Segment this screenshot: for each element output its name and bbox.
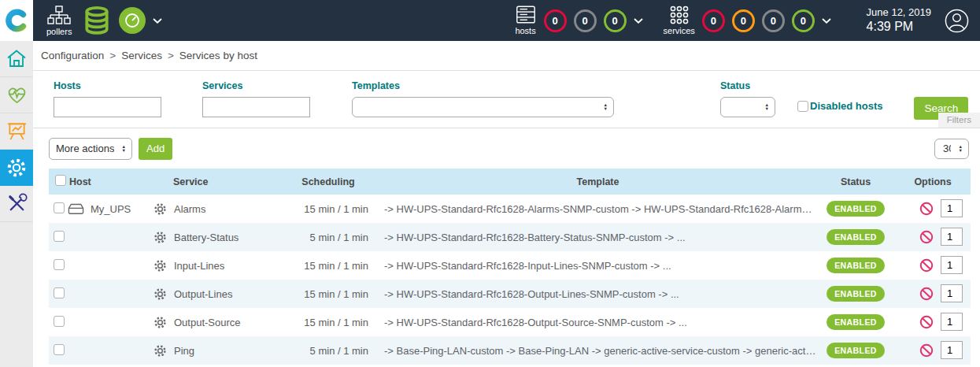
poller-gauge-icon[interactable] xyxy=(119,7,146,34)
service-gear-icon xyxy=(153,258,168,273)
duplicate-count-input[interactable] xyxy=(941,199,963,217)
service-name[interactable]: Ping xyxy=(174,345,194,357)
status-filter-select[interactable] xyxy=(720,97,775,117)
disabled-hosts-label[interactable]: Disabled hosts xyxy=(810,100,882,112)
disable-icon[interactable] xyxy=(919,343,934,358)
gear-icon xyxy=(6,157,28,179)
row-checkbox[interactable] xyxy=(54,202,65,213)
services-ok-counter[interactable]: 0 xyxy=(792,9,815,32)
hosts-down-counter[interactable]: 0 xyxy=(544,9,567,32)
services-warning-counter[interactable]: 0 xyxy=(732,9,755,32)
service-name[interactable]: Output-Lines xyxy=(174,288,232,300)
status-badge: ENABLED xyxy=(827,343,885,358)
row-checkbox[interactable] xyxy=(54,259,65,270)
hosts-label: hosts xyxy=(515,26,535,35)
user-menu[interactable] xyxy=(944,8,970,34)
disable-icon[interactable] xyxy=(919,287,934,301)
column-header-scheduling: Scheduling xyxy=(277,169,379,195)
hosts-filter-label: Hosts xyxy=(54,80,161,91)
pollers-label: pollers xyxy=(46,27,72,36)
disabled-hosts-checkbox[interactable] xyxy=(797,101,808,112)
service-gear-icon xyxy=(153,287,168,302)
table-row: Battery-Status 5 min / 1 min -> HW-UPS-S… xyxy=(49,223,971,251)
centreon-logo-icon xyxy=(5,9,28,32)
breadcrumb-services-by-host[interactable]: Services by host xyxy=(179,50,257,61)
topbar: pollers hosts 0 0 0 xyxy=(0,0,980,41)
duplicate-count-input[interactable] xyxy=(941,284,963,302)
hosts-icon xyxy=(515,6,537,24)
status-filter-group: Status xyxy=(720,80,775,117)
add-button[interactable]: Add xyxy=(139,138,172,160)
service-name[interactable]: Input-Lines xyxy=(174,260,224,272)
table-row: Ping 5 min / 1 min -> Base-Ping-LAN-cust… xyxy=(49,336,971,365)
sidebar-item-monitoring[interactable] xyxy=(0,77,33,113)
row-checkbox[interactable] xyxy=(54,231,65,242)
disable-icon[interactable] xyxy=(919,230,934,244)
duplicate-count-input[interactable] xyxy=(941,313,963,331)
table-header: Host Service Scheduling Template Status … xyxy=(49,169,971,195)
host-name[interactable]: My_UPS xyxy=(91,203,131,215)
templates-filter-group: Templates xyxy=(352,80,614,117)
hosts-chevron-down-icon[interactable] xyxy=(634,18,643,24)
disable-icon[interactable] xyxy=(919,315,934,329)
sidebar-item-administration[interactable] xyxy=(0,186,33,222)
filters-tab[interactable]: Filters xyxy=(938,113,980,128)
service-name[interactable]: Output-Source xyxy=(174,317,241,328)
table-row: Output-Source 15 min / 1 min -> HW-UPS-S… xyxy=(49,308,971,336)
row-checkbox[interactable] xyxy=(54,316,65,327)
sidebar-item-configuration[interactable] xyxy=(0,150,33,186)
sidebar-item-home[interactable] xyxy=(0,41,33,77)
service-gear-icon xyxy=(153,230,168,245)
row-checkbox[interactable] xyxy=(54,287,65,298)
hosts-up-counter[interactable]: 0 xyxy=(604,9,627,32)
breadcrumb-services[interactable]: Services xyxy=(121,50,162,61)
centreon-logo[interactable] xyxy=(0,0,33,41)
disable-icon[interactable] xyxy=(919,258,934,272)
duplicate-count-input[interactable] xyxy=(941,341,963,359)
host-icon xyxy=(68,203,84,215)
duplicate-count-input[interactable] xyxy=(941,228,963,246)
breadcrumb-separator: > xyxy=(168,50,174,61)
row-checkbox[interactable] xyxy=(54,344,65,355)
services-status-cluster: services 0 0 0 0 xyxy=(664,6,831,35)
services-chevron-down-icon[interactable] xyxy=(822,18,831,24)
toolbar: More actions... Add 30 xyxy=(33,128,980,169)
hosts-filter-input[interactable] xyxy=(54,97,161,117)
scheduling-value: 5 min / 1 min xyxy=(277,336,379,365)
sidebar-item-reporting[interactable] xyxy=(0,113,33,150)
services-filter-input[interactable] xyxy=(202,97,310,117)
more-actions-select[interactable]: More actions... xyxy=(49,138,132,160)
database-status-icon[interactable] xyxy=(83,6,111,35)
service-name[interactable]: Alarms xyxy=(174,203,205,215)
filter-panel: Hosts Services Templates Status Disabled… xyxy=(33,71,980,128)
pollers-icon xyxy=(47,6,71,25)
breadcrumb-configuration[interactable]: Configuration xyxy=(41,50,104,61)
disabled-hosts-filter: Disabled hosts xyxy=(797,100,882,112)
per-page-select[interactable]: 30 xyxy=(934,139,969,159)
status-badge: ENABLED xyxy=(827,314,885,330)
templates-filter-label: Templates xyxy=(352,80,614,91)
services-filter-label: Services xyxy=(202,80,310,91)
duplicate-count-input[interactable] xyxy=(941,256,963,274)
services-critical-counter[interactable]: 0 xyxy=(702,9,725,32)
table-row: My_UPS Alarms 15 min / 1 min -> HW-UPS-S… xyxy=(49,195,971,223)
heart-pulse-icon xyxy=(6,85,28,105)
table-row: Output-Lines 15 min / 1 min -> HW-UPS-St… xyxy=(49,280,971,308)
status-badge: ENABLED xyxy=(827,286,885,302)
select-all-checkbox[interactable] xyxy=(55,175,66,186)
column-header-host[interactable]: Host xyxy=(68,169,151,195)
hosts-menu[interactable]: hosts xyxy=(515,6,537,35)
services-menu[interactable]: services xyxy=(664,6,695,35)
table-row: Input-Lines 15 min / 1 min -> HW-UPS-Sta… xyxy=(49,251,971,280)
templates-filter-select[interactable] xyxy=(352,97,614,117)
pollers-menu[interactable]: pollers xyxy=(46,6,72,36)
service-name[interactable]: Battery-Status xyxy=(174,232,239,243)
hosts-unreachable-counter[interactable]: 0 xyxy=(574,9,597,32)
disable-icon[interactable] xyxy=(919,202,934,216)
services-unknown-counter[interactable]: 0 xyxy=(762,9,785,32)
sidebar xyxy=(0,41,33,367)
column-header-options: Options xyxy=(895,169,971,195)
tools-icon xyxy=(6,193,28,214)
poller-chevron-down-icon[interactable] xyxy=(153,18,162,24)
column-header-service[interactable]: Service xyxy=(151,169,277,195)
